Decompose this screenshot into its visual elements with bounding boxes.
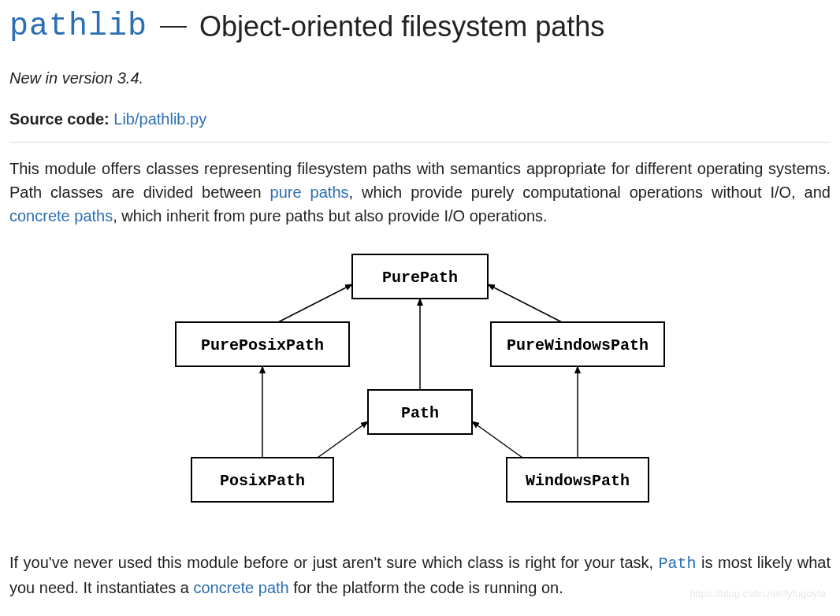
- node-windowspath-label: WindowsPath: [526, 472, 630, 490]
- node-purepath-label: PurePath: [382, 269, 458, 287]
- arrow-windows-to-path: [472, 421, 522, 458]
- arrow-purewindows-to-purepath: [488, 284, 562, 322]
- intro-text-2: , which provide purely computational ope…: [349, 184, 831, 201]
- intro-text-3: , which inherit from pure paths but also…: [113, 207, 547, 225]
- closing-text-1: If you've never used this module before …: [9, 554, 659, 571]
- source-code-line: Source code: Lib/pathlib.py: [9, 107, 831, 131]
- pure-paths-link[interactable]: pure paths: [270, 184, 349, 201]
- node-purewindowspath-label: PureWindowsPath: [507, 336, 649, 354]
- concrete-path-link[interactable]: concrete path: [194, 579, 289, 596]
- source-link[interactable]: Lib/pathlib.py: [113, 110, 206, 128]
- closing-path-code: Path: [659, 555, 697, 573]
- concrete-paths-link[interactable]: concrete paths: [9, 207, 113, 225]
- title-module-code: pathlib: [9, 8, 147, 46]
- node-posixpath-label: PosixPath: [220, 472, 305, 490]
- page-title: pathlib Object-oriented filesystem paths: [9, 8, 831, 46]
- arrow-pureposix-to-purepath: [278, 284, 352, 322]
- separator: [9, 142, 831, 143]
- closing-paragraph: If you've never used this module before …: [9, 551, 831, 599]
- closing-text-3: for the platform the code is running on.: [289, 579, 563, 596]
- source-label: Source code:: [9, 110, 110, 128]
- node-pureposixpath-label: PurePosixPath: [201, 336, 324, 354]
- inheritance-diagram: PurePath PurePosixPath PureWindowsPath P…: [9, 247, 831, 522]
- title-dash-icon: [160, 26, 187, 28]
- title-description: Object-oriented filesystem paths: [199, 9, 604, 43]
- intro-paragraph: This module offers classes representing …: [9, 157, 831, 228]
- version-note: New in version 3.4.: [9, 66, 831, 90]
- arrow-posix-to-path: [318, 421, 368, 458]
- node-path-label: Path: [401, 404, 439, 422]
